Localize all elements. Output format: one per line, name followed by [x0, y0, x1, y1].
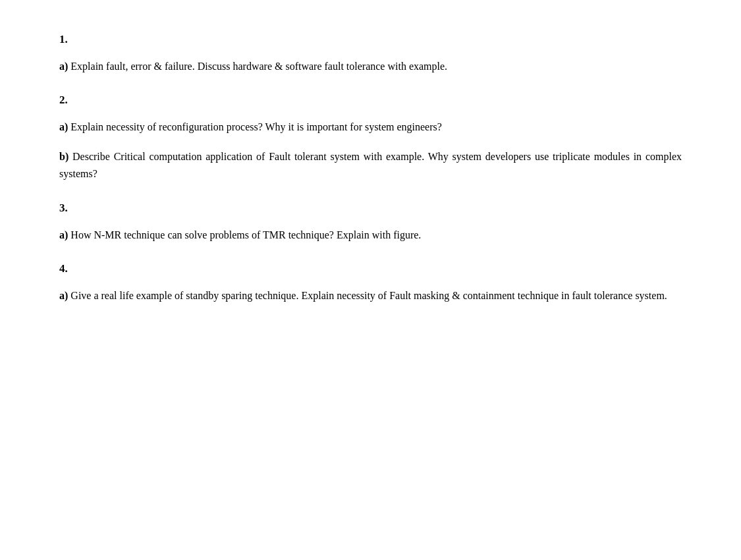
question-3-part-a: a) How N-MR technique can solve problems…	[59, 227, 682, 244]
question-2-part-a-label: a)	[59, 121, 68, 132]
question-3-part-a-label: a)	[59, 229, 68, 240]
question-2-number: 2.	[59, 94, 682, 107]
question-1-number: 1.	[59, 33, 682, 46]
question-1-part-a-label: a)	[59, 61, 68, 72]
question-2-block: a) Explain necessity of reconfiguration …	[59, 119, 682, 182]
question-4-number: 4.	[59, 262, 682, 275]
question-4-part-a-text: Give a real life example of standby spar…	[68, 290, 667, 301]
question-2-part-b: b) Describe Critical computation applica…	[59, 148, 682, 183]
question-4-part-a-label: a)	[59, 290, 68, 301]
question-2-part-a-text: Explain necessity of reconfiguration pro…	[68, 121, 442, 132]
question-1-part-a-text: Explain fault, error & failure. Discuss …	[68, 61, 447, 72]
question-3-block: a) How N-MR technique can solve problems…	[59, 227, 682, 244]
question-2-part-b-text: Describe Critical computation applicatio…	[59, 151, 682, 179]
page-container: 1. a) Explain fault, error & failure. Di…	[0, 0, 741, 349]
question-3: 3. a) How N-MR technique can solve probl…	[59, 202, 682, 244]
question-2-part-b-label: b)	[59, 151, 69, 162]
question-3-part-a-text: How N-MR technique can solve problems of…	[68, 229, 421, 240]
question-4: 4. a) Give a real life example of standb…	[59, 262, 682, 304]
question-2: 2. a) Explain necessity of reconfigurati…	[59, 94, 682, 182]
question-1: 1. a) Explain fault, error & failure. Di…	[59, 33, 682, 75]
question-4-block: a) Give a real life example of standby s…	[59, 287, 682, 304]
question-1-block: a) Explain fault, error & failure. Discu…	[59, 58, 682, 75]
question-1-part-a: a) Explain fault, error & failure. Discu…	[59, 58, 682, 75]
question-3-number: 3.	[59, 202, 682, 215]
question-2-part-a: a) Explain necessity of reconfiguration …	[59, 119, 682, 136]
question-4-part-a: a) Give a real life example of standby s…	[59, 287, 682, 304]
